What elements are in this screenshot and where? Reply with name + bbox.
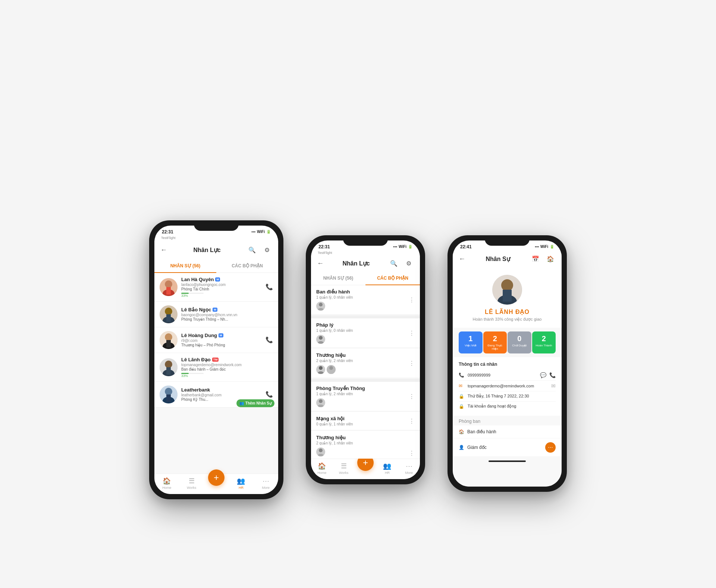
nav-works-1[interactable]: ☰ Works — [179, 477, 204, 490]
dept-meta-2: 1 quản lý, 0 nhân viên — [316, 328, 415, 333]
tab-cac-bo-phan-1[interactable]: CÁC BỘ PHẬN — [216, 260, 278, 273]
call-action-icon[interactable]: 📞 — [549, 372, 556, 378]
stat-label-0: Việc Mới — [465, 344, 477, 347]
info-status-text: Tài khoản đang hoạt động — [468, 404, 556, 409]
tab-nhan-su-2[interactable]: NHÂN SỰ (56) — [311, 272, 365, 285]
time-3: 22:41 — [460, 244, 472, 249]
search-icon-2[interactable]: 🔍 — [389, 258, 399, 269]
chat-icon[interactable]: 💬 — [540, 372, 546, 378]
nav-hr-2[interactable]: 👥 HR — [376, 462, 398, 475]
call-icon-5[interactable]: 📞 — [266, 391, 273, 398]
tab-cac-bo-phan-2[interactable]: CÁC BỘ PHẬN — [365, 272, 420, 285]
stat-label-1: Đang Thực Hiện — [485, 344, 506, 350]
add-person-button-5[interactable]: 👥 Thêm Nhân Sự — [236, 399, 274, 407]
phone-info-icon: 📞 — [459, 372, 465, 378]
nav-works-2[interactable]: ☰ Works — [333, 462, 354, 475]
person-dept-1: Phòng Tài Chính — [181, 287, 262, 291]
avatar-3 — [160, 331, 178, 349]
dept-item-6[interactable]: Thương hiệu 2 quản lý, 1 nhân viên ⋮ 🗂 T… — [311, 431, 420, 459]
dept-more-icon-4[interactable]: ⋮ — [409, 393, 415, 400]
dept-more-icon-1[interactable]: ⋮ — [409, 296, 415, 303]
more-icon-2: ⋯ — [406, 462, 412, 470]
dept-meta-5: 0 quản lý, 1 nhân viên — [316, 422, 415, 426]
person-item-5[interactable]: Leatherbank leatherbank@gmail.com Phòng … — [154, 382, 278, 408]
dept-item-5[interactable]: Mạng xã hội 0 quản lý, 1 nhân viên ⋮ — [311, 412, 420, 430]
tab-bar-2: NHÂN SỰ (56) CÁC BỘ PHẬN — [311, 272, 420, 285]
person-info-1: Lan Hà Quyên M lanfaco@phuongngoc.com Ph… — [181, 277, 262, 298]
dept-name-4: Phòng Truyền Thông — [316, 386, 415, 391]
stat-card-dang-thuc-hien[interactable]: 2 Đang Thực Hiện — [483, 331, 507, 353]
nav-hr-1[interactable]: 👥 HR — [229, 477, 253, 490]
stat-card-hoan-thanh[interactable]: 2 Hoàn Thành — [532, 331, 556, 353]
svg-point-33 — [501, 279, 513, 291]
wifi-icon-2: WiFi — [399, 245, 406, 249]
person-name-4: Lê Lãnh Đạo TM — [181, 357, 273, 362]
dept-row-giam-doc[interactable]: 👤 Giám đốc ··· — [453, 438, 562, 457]
calendar-icon-3[interactable]: 📅 — [530, 254, 541, 264]
dept-section-rows: 🏠 Ban điều hành 👤 Giám đốc ··· — [453, 425, 562, 457]
dept-more-icon-2[interactable]: ⋮ — [409, 329, 415, 336]
hr-icon-1: 👥 — [237, 477, 245, 485]
dept-row-ban-dieu-hanh[interactable]: 🏠 Ban điều hành — [453, 425, 562, 438]
home-icon-btn-3[interactable]: 🏠 — [545, 254, 556, 264]
back-button-1[interactable]: ← — [160, 246, 167, 254]
dept-item-1[interactable]: Ban điều hành 1 quản lý, 0 nhân viên ⋮ — [311, 285, 420, 315]
svg-rect-15 — [166, 367, 171, 375]
back-button-3[interactable]: ← — [459, 255, 465, 263]
add-center-btn-1[interactable]: + — [208, 469, 224, 486]
info-row-phone: 📞 0999999999 💬 📞 — [459, 370, 556, 381]
dept-item-2[interactable]: Pháp lý 1 quản lý, 0 nhân viên ⋮ — [311, 318, 420, 348]
tab-nhan-su-1[interactable]: NHÂN SỰ (56) — [154, 260, 216, 273]
progress-label-4: 33% — [181, 374, 273, 378]
scene: 22:31 ▪▪▪ WiFi 🔋 TestFlight ← Nhân Lực 🔍… — [134, 89, 582, 499]
info-row-status: 🔒 Tài khoản đang hoạt động — [459, 402, 556, 411]
nav-more-label-2: More — [405, 471, 413, 475]
call-icon-3[interactable]: 📞 — [266, 336, 273, 343]
search-icon-1[interactable]: 🔍 — [247, 245, 257, 255]
page-title-3: Nhân Sự — [486, 255, 510, 262]
dept-item-3[interactable]: Thương hiệu 2 quản lý, 2 nhân viên ⋮ — [311, 349, 420, 378]
phone-3: 22:41 ▪▪▪ WiFi 🔋 ← Nhân Sự 📅 🏠 — [448, 235, 567, 492]
dept-item-4[interactable]: Phòng Truyền Thông 1 quản lý, 2 nhân viê… — [311, 382, 420, 411]
svg-point-21 — [318, 308, 324, 311]
nav-works-label-2: Works — [339, 471, 348, 475]
stat-card-cho-duyet[interactable]: 0 Chờ Duyệt — [508, 331, 531, 353]
stat-card-viec-moi[interactable]: 1 Việc Mới — [459, 331, 483, 353]
person-item-2[interactable]: Lê Bảo Ngọc M baongoc@company@hcm.vnn.vn… — [154, 302, 278, 327]
dept-more-icon-5[interactable]: ⋮ — [409, 417, 415, 424]
filter-icon-1[interactable]: ⚙ — [262, 245, 272, 255]
person-item-1[interactable]: Lan Hà Quyên M lanfaco@phuongngoc.com Ph… — [154, 273, 278, 302]
svg-point-23 — [318, 341, 324, 344]
dept-more-icon-3[interactable]: ⋮ — [409, 359, 415, 367]
person-info-2: Lê Bảo Ngọc M baongoc@company@hcm.vnn.vn… — [181, 307, 273, 321]
profile-avatar-section: LÊ LÃNH ĐẠO Hoàn thành 33% công việc đượ… — [453, 267, 562, 328]
nav-more-1[interactable]: ⋯ More — [254, 477, 278, 490]
dept-more-icon-6[interactable]: ⋮ — [409, 449, 415, 456]
filter-icon-2[interactable]: ⚙ — [403, 258, 414, 269]
nav-more-2[interactable]: ⋯ More — [398, 462, 420, 475]
person-item-3[interactable]: Lê Hoàng Dung M r9@r.com Thương hiệu – P… — [154, 327, 278, 353]
call-icon-1[interactable]: 📞 — [266, 283, 273, 290]
nav-add-2[interactable]: + — [355, 462, 376, 475]
person-item-4[interactable]: Lê Lãnh Đạo TM topmanagerdemo@remindwork… — [154, 353, 278, 382]
nav-add-1[interactable]: + — [204, 477, 229, 490]
orange-badge-btn[interactable]: ··· — [545, 442, 556, 453]
progress-label-1: 33% — [181, 294, 262, 298]
nav-home-2[interactable]: 🏠 Home — [311, 462, 333, 475]
nav-hr-label-2: HR — [385, 471, 390, 475]
more-icon-1: ⋯ — [263, 477, 269, 485]
email-action-icon[interactable]: ✉ — [551, 383, 556, 389]
stat-label-2: Chờ Duyệt — [512, 344, 527, 347]
person-name-3: Lê Hoàng Dung M — [181, 333, 262, 338]
nav-home-1[interactable]: 🏠 Home — [154, 477, 179, 490]
dept-row-text-0: Ban điều hành — [467, 429, 556, 434]
back-button-2[interactable]: ← — [317, 260, 324, 267]
profile-name: LÊ LÃNH ĐẠO — [485, 308, 530, 315]
dept-section-2: Ban điều hành 1 quản lý, 0 nhân viên ⋮ — [311, 285, 420, 459]
page-title-2: Nhân Lực — [342, 260, 370, 267]
stat-number-2: 0 — [517, 334, 521, 343]
dept-name-6: Thương hiệu — [316, 435, 415, 440]
date-info-icon: 🔒 — [459, 394, 465, 399]
battery-icon-1: 🔋 — [266, 230, 271, 234]
svg-point-30 — [319, 449, 323, 452]
